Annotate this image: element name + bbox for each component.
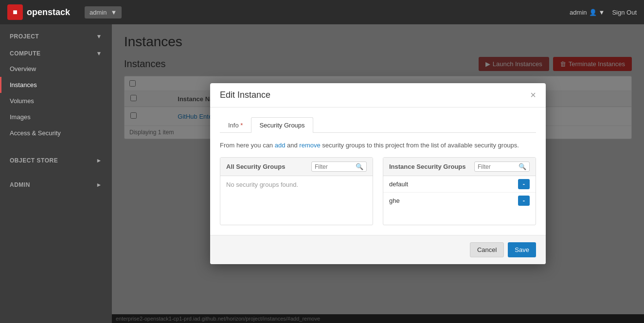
sidebar-item-images-label: Images [10, 113, 31, 121]
sidebar-item-instances[interactable]: Instances [0, 77, 112, 93]
all-sg-filter-input[interactable] [315, 163, 354, 170]
instance-sg-panel-header: Instance Security Groups 🔍 [383, 158, 536, 176]
top-bar: ■ openstack admin ▼ admin 👤 ▼ Sign Out [0, 0, 644, 24]
save-button[interactable]: Save [508, 242, 536, 257]
instance-sg-filter: 🔍 [474, 162, 530, 172]
all-sg-panel-header: All Security Groups 🔍 [220, 158, 373, 176]
modal-footer: Cancel Save [210, 235, 546, 264]
cancel-button[interactable]: Cancel [470, 242, 504, 257]
all-sg-panel: All Security Groups 🔍 No security groups… [220, 157, 373, 225]
instance-sg-search-icon: 🔍 [519, 163, 526, 170]
tab-info-asterisk: * [240, 122, 243, 129]
user-dropdown-icon: ▼ [599, 9, 605, 16]
sidebar-item-overview-label: Overview [10, 65, 36, 72]
app-root: ■ openstack admin ▼ admin 👤 ▼ Sign Out P… [0, 0, 644, 323]
sidebar-admin-arrow: ► [96, 181, 102, 188]
admin-dropdown-label: admin [89, 9, 107, 16]
all-sg-body: No security groups found. [220, 176, 373, 225]
logo: ■ openstack [7, 4, 70, 20]
content-area: Instances Instances ▶ Launch Instances 🗑… [112, 24, 644, 323]
top-bar-right: admin 👤 ▼ Sign Out [570, 9, 637, 16]
sidebar-item-volumes-label: Volumes [10, 97, 34, 105]
modal-header: Edit Instance × [210, 83, 546, 108]
sidebar-project-arrow: ▼ [96, 33, 102, 40]
sg-item-ghe-name: ghe [389, 197, 400, 204]
modal-close-button[interactable]: × [530, 90, 536, 100]
user-label: admin [570, 9, 587, 16]
sidebar-item-overview[interactable]: Overview [0, 61, 112, 77]
dropdown-arrow-icon: ▼ [110, 9, 117, 16]
tab-security-groups-label: Security Groups [259, 122, 304, 129]
sidebar-project-label: Project [10, 33, 39, 40]
sidebar-admin-header[interactable]: Admin ► [0, 178, 112, 192]
tab-info[interactable]: Info * [220, 117, 251, 133]
modal-body: Info * Security Groups From here you can… [210, 108, 546, 235]
main-area: Project ▼ Compute ▼ Overview Instances [0, 24, 644, 323]
sidebar-item-access-security-label: Access & Security [10, 129, 61, 137]
edit-instance-modal: Edit Instance × Info * Security Groups [210, 83, 546, 265]
sg-item-ghe: ghe - [383, 193, 536, 209]
modal-tabs: Info * Security Groups [220, 117, 536, 133]
sidebar-compute-header[interactable]: Compute ▼ [0, 46, 112, 61]
logo-light: open [27, 7, 48, 17]
sg-item-default-name: default [389, 180, 408, 188]
sidebar-object-store-section: Object Store ► [0, 148, 112, 173]
all-sg-filter: 🔍 [311, 162, 367, 172]
sidebar-item-access-security[interactable]: Access & Security [0, 125, 112, 141]
sg-desc-remove: remove [299, 142, 320, 149]
sidebar-project-header[interactable]: Project ▼ [0, 29, 112, 44]
sg-description: From here you can add and remove securit… [220, 141, 536, 150]
all-sg-title: All Security Groups [226, 163, 285, 170]
sidebar-object-store-label: Object Store [10, 157, 58, 164]
sidebar-compute-arrow: ▼ [96, 50, 102, 57]
sg-desc-add: add [275, 142, 286, 149]
sidebar-admin-label: Admin [10, 181, 30, 188]
tab-info-label: Info [228, 122, 239, 129]
sidebar-admin-section: Admin ► [0, 173, 112, 197]
instance-sg-body: default - ghe - [383, 176, 536, 225]
sidebar-compute-label: Compute [10, 50, 41, 57]
tab-security-groups[interactable]: Security Groups [251, 117, 313, 133]
logo-text: openstack [27, 7, 70, 18]
user-info: admin 👤 ▼ [570, 9, 605, 16]
logo-icon: ■ [7, 4, 23, 20]
modal-overlay: Edit Instance × Info * Security Groups [112, 24, 644, 323]
all-sg-empty: No security groups found. [226, 181, 298, 188]
sg-columns: All Security Groups 🔍 No security groups… [220, 157, 536, 225]
sg-item-default-remove-button[interactable]: - [518, 179, 530, 189]
sg-item-ghe-remove-button[interactable]: - [518, 196, 530, 206]
sidebar-item-images[interactable]: Images [0, 109, 112, 125]
sidebar-item-instances-label: Instances [10, 81, 37, 89]
sign-out-link[interactable]: Sign Out [612, 9, 637, 16]
instance-sg-title: Instance Security Groups [389, 163, 466, 170]
sidebar: Project ▼ Compute ▼ Overview Instances [0, 24, 112, 323]
modal-title: Edit Instance [220, 90, 270, 100]
sidebar-object-store-header[interactable]: Object Store ► [0, 153, 112, 168]
admin-dropdown[interactable]: admin ▼ [85, 6, 122, 18]
sidebar-item-volumes[interactable]: Volumes [0, 93, 112, 109]
user-person-icon: 👤 [589, 9, 597, 16]
all-sg-search-icon: 🔍 [356, 163, 363, 170]
instance-sg-filter-input[interactable] [478, 163, 517, 170]
instance-sg-panel: Instance Security Groups 🔍 default [383, 157, 536, 225]
sidebar-compute-section: Compute ▼ Overview Instances Volumes Ima… [0, 44, 112, 144]
logo-bold: stack [48, 7, 70, 17]
sidebar-project-section: Project ▼ Compute ▼ Overview Instances [0, 24, 112, 148]
sg-item-default: default - [383, 176, 536, 193]
sidebar-object-store-arrow: ► [96, 157, 102, 164]
